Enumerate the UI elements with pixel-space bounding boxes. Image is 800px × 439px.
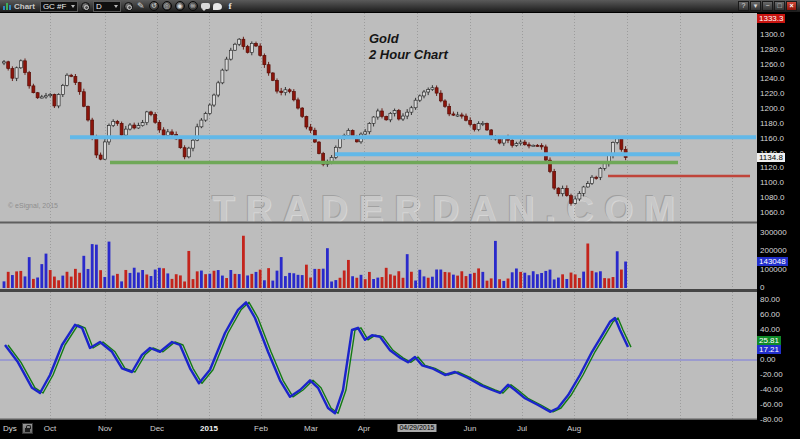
price-tick-label: 1100.0 [760,179,784,187]
chevron-down-icon[interactable] [114,5,118,8]
price-tick-label: 1060.0 [760,209,784,217]
price-tick-label: 1160.0 [760,135,784,143]
chart-title-annotation: Gold 2 Hour Chart [369,31,448,63]
oscillator-tick-label: -60.00 [760,401,783,409]
time-tick-label: Mar [304,425,318,433]
twitter-icon[interactable] [213,3,222,10]
chevron-down-icon[interactable] [71,5,75,8]
price-tick-label: 1280.0 [760,46,784,54]
undo-icon[interactable]: ↺ [149,1,159,11]
chart-title-line1: Gold [369,31,448,47]
close-button[interactable]: × [786,1,797,11]
time-tick-label: 2015 [200,425,218,433]
chart-canvas[interactable]: TRADERDAN.COM Gold 2 Hour Chart © eSigna… [0,13,757,420]
chart-window: Chart GC #F D ✎↺◎◉∞f ?▾−□× TRADERDAN.COM… [0,0,800,439]
draw-tools-icon[interactable]: ✎ [136,1,146,12]
price-axis[interactable]: 1333.3 1134.8 143048 25.81 17.21 1320.01… [757,13,800,439]
volume-tick-label: 0 [760,284,764,292]
symbol-value: GC #F [43,2,67,11]
price-tick-label: 1080.0 [760,194,784,202]
zoom-out-icon[interactable]: ◎ [162,1,172,11]
time-tick-label: Oct [44,425,56,433]
lock-icon[interactable] [22,423,33,434]
time-tick-label: Jun [464,425,477,433]
volume-tick-label: 300000 [760,229,787,237]
symbol-input[interactable]: GC #F [40,1,78,12]
link-chart-icon[interactable]: ∞ [188,1,198,11]
interval-lookup-icon[interactable] [124,2,133,11]
price-tick-label: 1240.0 [760,75,784,83]
pin-button[interactable]: ▾ [750,1,761,11]
esignal-copyright: © eSignal, 2015 [8,202,58,209]
time-tick-label: Feb [254,425,268,433]
session-high-badge: 1333.3 [757,14,785,23]
oscillator-tick-label: -40.00 [760,386,783,394]
chart-title-line2: 2 Hour Chart [369,47,448,63]
time-axis[interactable]: Dys 04/29/2015 OctNovDec2015FebMarAprJun… [0,420,757,439]
oscillator-tick-label: 60.00 [760,311,780,319]
time-template-button[interactable]: Dys [3,425,17,433]
oscillator-green-badge: 25.81 [757,336,781,345]
time-tick-label: Apr [358,425,370,433]
volume-tick-label: 100000 [760,266,787,274]
last-price-badge: 1134.8 [757,153,785,162]
oscillator-tick-label: -80.00 [760,416,783,424]
restore-button[interactable]: □ [774,1,785,11]
time-tick-label: Nov [98,425,112,433]
time-tick-label: Aug [567,425,581,433]
help-button[interactable]: ? [738,1,749,11]
minimize-button[interactable]: − [762,1,773,11]
price-tick-label: 1180.0 [760,120,784,128]
price-tick-label: 1300.0 [760,31,784,39]
oscillator-tick-label: 80.00 [760,296,780,304]
chart-plot[interactable] [0,13,757,420]
oscillator-tick-label: -20.00 [760,371,783,379]
price-tick-label: 1220.0 [760,90,784,98]
toolbar: Chart GC #F D ✎↺◎◉∞f ?▾−□× [0,0,800,13]
interval-input[interactable]: D [93,1,121,12]
oscillator-tick-label: 40.00 [760,326,780,334]
oscillator-tick-label: 0.00 [760,356,776,364]
interval-value: D [96,2,102,11]
price-tick-label: 1260.0 [760,61,784,69]
zoom-in-icon[interactable]: ◉ [175,1,185,11]
facebook-icon[interactable]: f [225,1,235,12]
price-tick-label: 1120.0 [760,164,784,172]
time-tick-label: Dec [150,425,164,433]
oscillator-blue-badge: 17.21 [757,345,781,354]
price-tick-label: 1200.0 [760,105,784,113]
time-tick-label: Jul [517,425,527,433]
chart-app-icon [3,2,11,10]
chat-icon[interactable] [201,3,210,9]
last-volume-badge: 143048 [757,257,788,266]
symbol-lookup-icon[interactable] [81,2,90,11]
selected-date-badge: 04/29/2015 [397,424,436,432]
volume-tick-label: 200000 [760,247,787,255]
window-title: Chart [14,2,35,11]
